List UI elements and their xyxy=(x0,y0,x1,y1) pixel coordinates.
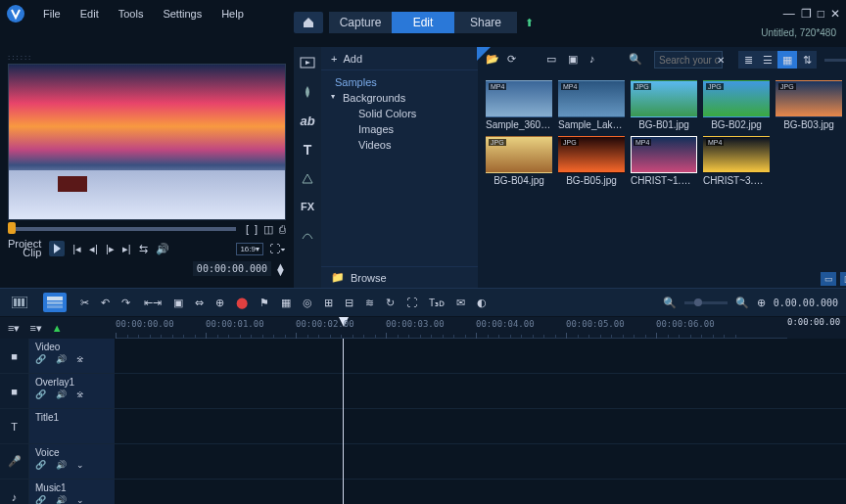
track-drop-icon[interactable]: ⌄ xyxy=(76,460,84,470)
crop-icon[interactable]: ▣ xyxy=(173,297,183,309)
panel-grip-icon[interactable]: :::::: xyxy=(8,53,286,62)
track-type-icon[interactable]: ■ xyxy=(0,339,29,373)
library-thumb[interactable]: MP4Sample_360.mp4 xyxy=(486,80,552,130)
loop-icon[interactable]: ⇆ xyxy=(139,243,148,255)
search-icon[interactable]: 🔍 xyxy=(629,53,642,67)
overlay-icon[interactable]: ⊞ xyxy=(324,297,333,309)
goto-start-icon[interactable]: |◂ xyxy=(72,243,81,255)
transitions-icon[interactable]: ab xyxy=(300,114,314,128)
timecode-display[interactable]: 00:00:00.000 xyxy=(193,261,271,276)
zoom-in-icon[interactable]: 🔍 xyxy=(735,297,749,309)
track-body[interactable] xyxy=(116,339,846,373)
library-browse-button[interactable]: 📁 Browse xyxy=(321,266,478,288)
track-type-icon[interactable]: ■ xyxy=(0,374,29,408)
library-thumb[interactable]: JPGBG-B03.jpg xyxy=(776,80,842,130)
track-type-icon[interactable]: 🎤 xyxy=(0,444,29,479)
track-header[interactable]: Video 🔗🔊※ xyxy=(29,339,116,373)
playhead-line[interactable] xyxy=(343,339,344,504)
project-clip-toggle[interactable]: Project Clip xyxy=(8,240,41,257)
sync-icon[interactable]: ↻ xyxy=(386,297,395,309)
track-vol-icon[interactable]: 🔊 xyxy=(56,389,67,399)
split-icon[interactable]: ◫ xyxy=(263,223,273,236)
show-photo-icon[interactable]: ▣ xyxy=(568,53,582,67)
track-vol-icon[interactable]: 🔊 xyxy=(56,495,67,504)
track-fx-icon[interactable]: ※ xyxy=(76,389,84,399)
paths-icon[interactable] xyxy=(300,226,315,242)
tools-icon[interactable]: ✂ xyxy=(80,297,89,309)
aspect-ratio-button[interactable]: 16:9▾ xyxy=(236,243,263,255)
track-body[interactable] xyxy=(116,480,846,504)
redo-icon[interactable]: ↷ xyxy=(121,297,130,309)
prev-frame-icon[interactable]: ◂| xyxy=(89,243,98,255)
track-body[interactable] xyxy=(116,409,846,443)
tab-edit[interactable]: Edit xyxy=(392,12,454,33)
view-grid-icon[interactable]: ▦ xyxy=(777,51,797,69)
tree-solid-colors[interactable]: Solid Colors xyxy=(321,106,478,121)
track-header[interactable]: Music1 🔗🔊⌄ xyxy=(29,480,116,504)
tree-videos[interactable]: Videos xyxy=(321,137,478,153)
timeline-mode-icon[interactable] xyxy=(43,293,67,312)
track-fx-icon[interactable]: ※ xyxy=(76,354,84,364)
track-drop-icon[interactable]: ⌄ xyxy=(76,495,84,504)
window-minimize-icon[interactable]: — xyxy=(783,7,795,21)
show-video-icon[interactable]: ▭ xyxy=(546,53,560,67)
panel-toggle-1-icon[interactable]: ▭ xyxy=(821,272,836,286)
view-list-icon[interactable]: ≣ xyxy=(738,51,758,69)
view-sort-icon[interactable]: ⇅ xyxy=(797,51,817,69)
next-frame-icon[interactable]: |▸ xyxy=(106,243,115,255)
sound-library-icon[interactable] xyxy=(300,84,315,100)
volume-icon[interactable]: 🔊 xyxy=(156,243,169,255)
track-type-icon[interactable]: T xyxy=(0,409,29,443)
search-clear-icon[interactable]: ✕ xyxy=(717,55,725,66)
menu-edit[interactable]: Edit xyxy=(70,8,109,20)
menu-tools[interactable]: Tools xyxy=(109,8,154,20)
preview-viewport[interactable] xyxy=(8,64,286,220)
track-menu-2-icon[interactable]: ≡▾ xyxy=(29,322,41,335)
track-link-icon[interactable]: 🔗 xyxy=(35,495,46,504)
track-link-icon[interactable]: 🔗 xyxy=(35,460,46,470)
tree-backgrounds[interactable]: Backgrounds xyxy=(321,90,478,106)
mark-out-icon[interactable]: ] xyxy=(255,223,258,236)
snapshot-icon[interactable]: ⎙ xyxy=(279,223,286,236)
storyboard-mode-icon[interactable] xyxy=(8,293,31,312)
multicam-icon[interactable]: ◎ xyxy=(303,297,312,309)
scrub-slider[interactable] xyxy=(8,227,236,231)
library-thumb[interactable]: JPGBG-B05.jpg xyxy=(558,136,625,186)
home-tab[interactable] xyxy=(294,12,323,33)
library-add-button[interactable]: + Add xyxy=(321,47,478,70)
play-button[interactable] xyxy=(49,241,65,256)
menu-file[interactable]: File xyxy=(33,8,70,20)
track-body[interactable] xyxy=(116,374,846,408)
slip-icon[interactable]: ⇔ xyxy=(195,297,204,309)
zoom-out-icon[interactable]: 🔍 xyxy=(663,297,677,309)
view-details-icon[interactable]: ☰ xyxy=(758,51,777,69)
track-vol-icon[interactable]: 🔊 xyxy=(56,460,67,470)
goto-end-icon[interactable]: ▸| xyxy=(122,243,131,255)
import-folder-icon[interactable]: 📂 xyxy=(486,53,499,67)
tab-share[interactable]: Share xyxy=(454,12,517,33)
window-maximize-icon[interactable]: □ xyxy=(818,7,824,21)
timecode-spinner[interactable]: ▲▼ xyxy=(275,263,286,275)
library-thumb[interactable]: JPGBG-B02.jpg xyxy=(703,80,770,130)
tab-capture[interactable]: Capture xyxy=(329,12,392,33)
mark-in-icon[interactable]: [ xyxy=(246,223,249,236)
library-thumb[interactable]: MP4Sample_Lake.m... xyxy=(558,80,625,130)
track-body[interactable] xyxy=(116,444,846,479)
track-header[interactable]: Title1 xyxy=(29,409,116,443)
marker-icon[interactable]: ⚑ xyxy=(259,297,269,309)
track-type-icon[interactable]: ♪ xyxy=(0,480,29,504)
window-close-icon[interactable]: ✕ xyxy=(830,7,840,21)
show-audio-icon[interactable]: ♪ xyxy=(589,53,603,67)
add-marker-icon[interactable]: ▲ xyxy=(52,322,63,334)
fullscreen-icon[interactable]: ⛶▾ xyxy=(269,243,286,254)
grid-icon[interactable]: ⊟ xyxy=(345,297,353,309)
library-thumb[interactable]: MP4CHRIST~1.MP4 xyxy=(631,136,697,186)
track-vol-icon[interactable]: 🔊 xyxy=(56,354,67,364)
time-ruler[interactable]: 00:00:00.0000:00:01.0000:00:02.0000:00:0… xyxy=(116,317,787,339)
library-thumb[interactable]: JPGBG-B04.jpg xyxy=(486,136,552,186)
undo-icon[interactable]: ↶ xyxy=(101,297,110,309)
track-link-icon[interactable]: 🔗 xyxy=(35,354,46,364)
fit-zoom-icon[interactable]: ⊕ xyxy=(757,297,766,309)
graphics-icon[interactable] xyxy=(300,171,315,187)
menu-settings[interactable]: Settings xyxy=(153,8,212,20)
